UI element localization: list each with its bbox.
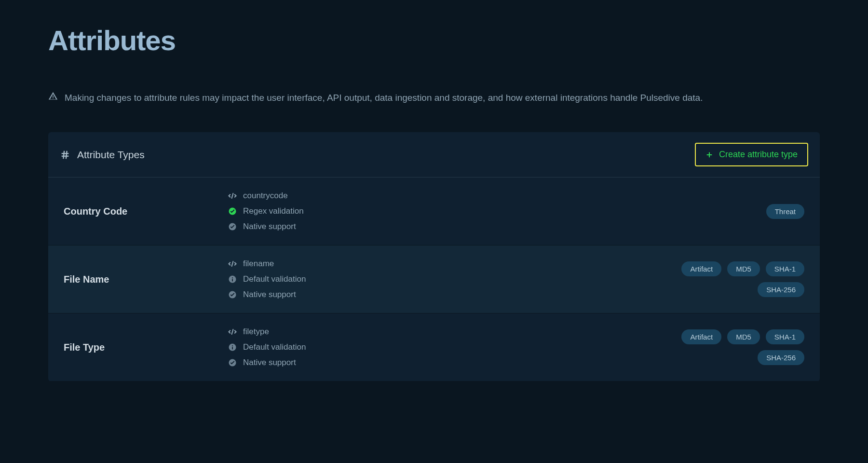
check-icon — [228, 206, 237, 216]
attribute-type-details: filetypeDefault validationNative support — [228, 327, 636, 368]
check-icon — [228, 290, 237, 300]
tag-badge[interactable]: Artifact — [681, 261, 721, 276]
validation-line: Default validation — [228, 274, 636, 284]
tag-badge[interactable]: SHA-1 — [766, 329, 804, 344]
svg-line-9 — [231, 261, 233, 267]
validation-line: Default validation — [228, 342, 636, 352]
tag-list: Threat — [766, 204, 804, 219]
hash-icon — [60, 150, 70, 160]
code-icon — [228, 327, 237, 337]
attribute-type-name: Country Code — [64, 206, 228, 217]
tag-badge[interactable]: Artifact — [681, 329, 721, 344]
attribute-slug: filetype — [243, 327, 269, 337]
attribute-type-details: countrycodeRegex validationNative suppor… — [228, 191, 766, 232]
info-icon — [228, 274, 237, 284]
check-icon — [228, 358, 237, 368]
attribute-type-row[interactable]: File TypefiletypeDefault validationNativ… — [48, 313, 820, 381]
section-header: Attribute Types Create attribute type — [48, 132, 820, 177]
validation-line: Regex validation — [228, 206, 766, 216]
svg-line-3 — [66, 151, 67, 159]
page-title: Attributes — [48, 24, 820, 56]
attribute-type-details: filenameDefault validationNative support — [228, 259, 636, 300]
support-line: Native support — [228, 290, 636, 300]
warning-text: Making changes to attribute rules may im… — [65, 90, 703, 106]
attribute-type-row[interactable]: File NamefilenameDefault validationNativ… — [48, 245, 820, 313]
support-label: Native support — [243, 290, 296, 300]
plus-icon — [705, 151, 713, 159]
check-icon — [228, 222, 237, 232]
warning-icon — [48, 91, 58, 101]
support-label: Native support — [243, 358, 296, 368]
svg-point-11 — [232, 277, 233, 278]
create-button-label: Create attribute type — [719, 150, 798, 160]
attribute-type-name: File Type — [64, 342, 228, 353]
tag-badge[interactable]: MD5 — [727, 329, 760, 344]
attribute-type-name: File Name — [64, 274, 228, 285]
svg-point-16 — [232, 345, 233, 346]
support-label: Native support — [243, 222, 296, 232]
tag-badge[interactable]: Threat — [766, 204, 804, 219]
tag-badge[interactable]: SHA-256 — [758, 282, 804, 297]
code-icon — [228, 259, 237, 269]
info-icon — [228, 342, 237, 352]
validation-label: Default validation — [243, 274, 306, 284]
attribute-slug: filename — [243, 259, 274, 269]
svg-rect-17 — [232, 347, 233, 350]
svg-line-14 — [231, 329, 233, 335]
tag-badge[interactable]: SHA-1 — [766, 261, 804, 276]
tag-badge[interactable]: SHA-256 — [758, 350, 804, 365]
attribute-slug: countrycode — [243, 191, 288, 201]
section-title: Attribute Types — [60, 149, 145, 161]
svg-line-2 — [63, 151, 64, 159]
attribute-types-section: Attribute Types Create attribute type Co… — [48, 132, 820, 381]
attribute-type-row[interactable]: Country CodecountrycodeRegex validationN… — [48, 177, 820, 245]
support-line: Native support — [228, 222, 766, 232]
warning-banner: Making changes to attribute rules may im… — [48, 90, 820, 106]
support-line: Native support — [228, 358, 636, 368]
validation-label: Regex validation — [243, 206, 304, 216]
code-icon — [228, 191, 237, 201]
svg-line-6 — [231, 193, 233, 199]
section-title-text: Attribute Types — [77, 149, 145, 161]
tag-list: ArtifactMD5SHA-1SHA-256 — [636, 329, 804, 365]
tag-list: ArtifactMD5SHA-1SHA-256 — [636, 261, 804, 297]
create-attribute-type-button[interactable]: Create attribute type — [695, 143, 808, 166]
svg-rect-12 — [232, 279, 233, 282]
validation-label: Default validation — [243, 342, 306, 352]
slug-line: filetype — [228, 327, 636, 337]
slug-line: filename — [228, 259, 636, 269]
tag-badge[interactable]: MD5 — [727, 261, 760, 276]
slug-line: countrycode — [228, 191, 766, 201]
